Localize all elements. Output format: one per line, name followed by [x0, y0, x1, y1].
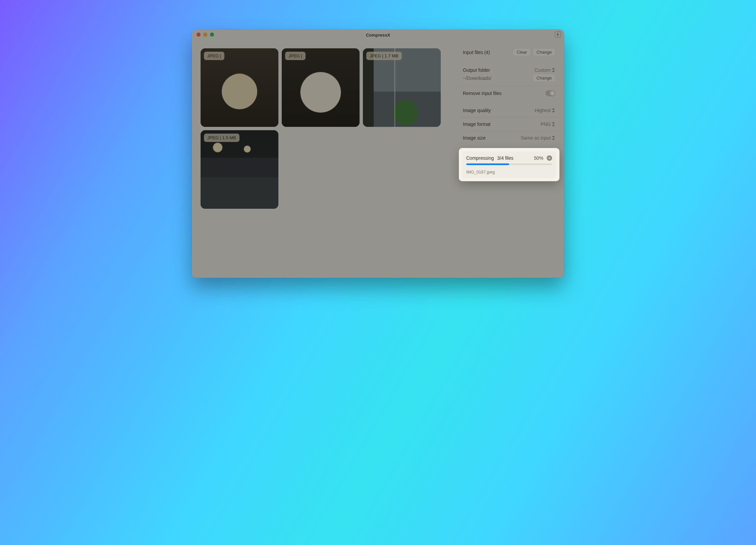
image-quality-label: Image quality: [463, 108, 491, 113]
output-panel: Output folder Custom ~/Downloads/ Change…: [459, 63, 559, 100]
file-badge: JPEG | 1.7 MB: [366, 52, 402, 60]
close-window-button[interactable]: [197, 33, 201, 37]
progress-count-label: 3/4 files: [497, 155, 513, 161]
file-badge: JPEG |: [204, 52, 224, 60]
image-format-row: Image format PNG: [459, 117, 559, 131]
pin-icon: [556, 33, 560, 37]
output-path-row: ~/Downloads/ Change: [459, 74, 559, 86]
thumbnail-image: [201, 130, 278, 209]
progress-percent-label: 50%: [534, 155, 543, 161]
input-files-row: Input files (4) Clear Change: [459, 44, 559, 60]
image-format-label: Image format: [463, 121, 490, 127]
thumbnail-grid: JPEG | JPEG | JPEG | 1.7 MB JPEG | 1.5 M…: [197, 44, 454, 273]
image-size-select[interactable]: Same as input: [521, 135, 556, 141]
progress-bar-fill: [466, 163, 509, 165]
image-settings-panel: Image quality Highest Image format PNG I…: [459, 104, 559, 145]
clear-button[interactable]: Clear: [513, 48, 531, 56]
progress-bar: [466, 163, 552, 165]
settings-sidebar: Input files (4) Clear Change Output fold…: [459, 44, 559, 273]
image-format-value: PNG: [541, 121, 551, 127]
input-files-panel: Input files (4) Clear Change: [459, 44, 559, 60]
chevron-up-down-icon: [552, 122, 555, 127]
image-size-row: Image size Same as input: [459, 131, 559, 145]
remove-input-label: Remove input files: [463, 91, 501, 96]
content-area: JPEG | JPEG | JPEG | 1.7 MB JPEG | 1.5 M…: [192, 40, 564, 278]
image-size-label: Image size: [463, 135, 486, 141]
output-folder-row: Output folder Custom: [459, 63, 559, 74]
file-badge: JPEG |: [285, 52, 306, 60]
close-icon: [548, 157, 551, 159]
minimize-window-button[interactable]: [203, 33, 207, 37]
thumbnail-image: [282, 48, 360, 127]
compression-progress-panel: Compressing 3/4 files 50% IMG_0187: [459, 148, 559, 181]
chevron-up-down-icon: [552, 136, 555, 140]
thumbnail-item[interactable]: JPEG |: [282, 48, 360, 127]
change-output-button[interactable]: Change: [533, 74, 555, 82]
output-folder-mode-select[interactable]: Custom: [535, 67, 555, 73]
output-folder-label: Output folder: [463, 67, 490, 73]
titlebar: CompressX: [192, 30, 564, 40]
window-title: CompressX: [366, 33, 390, 38]
chevron-up-down-icon: [552, 108, 555, 113]
image-size-value: Same as input: [521, 135, 551, 141]
fullscreen-window-button[interactable]: [210, 33, 214, 37]
image-quality-select[interactable]: Highest: [535, 108, 555, 113]
app-window: CompressX JPEG | JPEG | JPEG | 1.7 MB: [192, 30, 564, 278]
file-badge: JPEG | 1.5 MB: [204, 134, 239, 142]
image-format-select[interactable]: PNG: [541, 121, 555, 127]
thumbnail-item[interactable]: JPEG |: [201, 48, 278, 127]
thumbnail-item[interactable]: JPEG | 1.5 MB: [201, 130, 278, 209]
thumbnail-image: [201, 48, 278, 127]
window-controls: [197, 33, 214, 37]
thumbnail-image: [363, 48, 441, 127]
output-folder-path: ~/Downloads/: [463, 76, 491, 81]
change-input-button[interactable]: Change: [533, 48, 555, 56]
progress-status-label: Compressing: [466, 155, 494, 161]
progress-current-file: IMG_0187.jpeg: [466, 170, 552, 175]
thumbnail-item[interactable]: JPEG | 1.7 MB: [363, 48, 441, 127]
chevron-up-down-icon: [552, 68, 555, 72]
pin-window-button[interactable]: [555, 32, 561, 38]
image-quality-value: Highest: [535, 108, 551, 113]
input-files-label: Input files (4): [463, 50, 490, 55]
output-folder-mode-value: Custom: [535, 67, 551, 73]
remove-input-toggle[interactable]: [545, 90, 555, 96]
remove-input-row: Remove input files: [459, 86, 559, 100]
cancel-compression-button[interactable]: [547, 155, 552, 161]
image-quality-row: Image quality Highest: [459, 104, 559, 117]
